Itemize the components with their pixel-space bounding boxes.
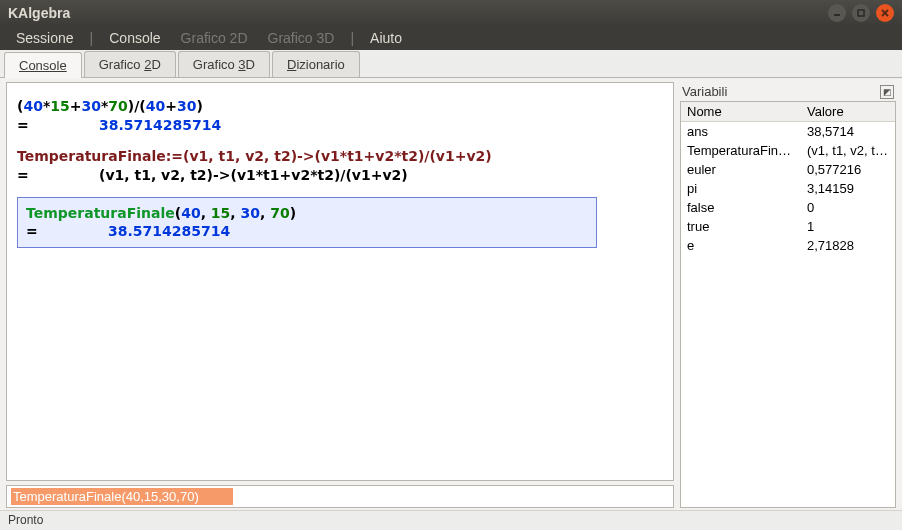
var-name: ans bbox=[681, 122, 801, 141]
tab-grafico-3d[interactable]: Grafico 3D bbox=[178, 51, 270, 77]
left-panel: (40*15+30*70)/(40+30) = 38.5714285714 Te… bbox=[6, 82, 674, 508]
tab-dizionario[interactable]: Dizionario bbox=[272, 51, 360, 77]
tab-grafico-2d[interactable]: Grafico 2D bbox=[84, 51, 176, 77]
column-valore[interactable]: Valore bbox=[801, 102, 895, 121]
console-result-1: = 38.5714285714 bbox=[17, 116, 663, 135]
menu-grafico3d[interactable]: Grafico 3D bbox=[260, 28, 343, 48]
table-row[interactable]: euler0,577216 bbox=[681, 160, 895, 179]
var-name: e bbox=[681, 236, 801, 255]
window-controls bbox=[828, 4, 894, 22]
maximize-button[interactable] bbox=[852, 4, 870, 22]
menu-separator: | bbox=[346, 30, 358, 46]
console-call-line: TemperaturaFinale(40, 15, 30, 70) bbox=[26, 204, 588, 223]
console-output[interactable]: (40*15+30*70)/(40+30) = 38.5714285714 Te… bbox=[6, 82, 674, 481]
variables-header: Variabili ◩ bbox=[680, 82, 896, 101]
console-block-1: (40*15+30*70)/(40+30) = 38.5714285714 bbox=[17, 97, 663, 135]
tab-console[interactable]: Console bbox=[4, 52, 82, 78]
var-value: 0 bbox=[801, 198, 895, 217]
svg-rect-1 bbox=[858, 10, 864, 16]
var-value: (v1, t1, v2, t2)-… bbox=[801, 141, 895, 160]
var-name: false bbox=[681, 198, 801, 217]
detach-icon[interactable]: ◩ bbox=[880, 85, 894, 99]
variables-panel: Variabili ◩ Nome Valore ans38,5714Temper… bbox=[680, 82, 896, 508]
var-value: 1 bbox=[801, 217, 895, 236]
var-value: 0,577216 bbox=[801, 160, 895, 179]
var-name: TemperaturaFinale bbox=[681, 141, 801, 160]
menubar: Sessione | Console Grafico 2D Grafico 3D… bbox=[0, 26, 902, 50]
table-row[interactable]: TemperaturaFinale(v1, t1, v2, t2)-… bbox=[681, 141, 895, 160]
table-row[interactable]: ans38,5714 bbox=[681, 122, 895, 141]
window-title: KAlgebra bbox=[8, 5, 828, 21]
statusbar: Pronto bbox=[0, 510, 902, 530]
console-expr-1: (40*15+30*70)/(40+30) bbox=[17, 97, 663, 116]
var-name: euler bbox=[681, 160, 801, 179]
console-call-result: = 38.5714285714 bbox=[26, 222, 588, 241]
minimize-button[interactable] bbox=[828, 4, 846, 22]
menu-separator: | bbox=[86, 30, 98, 46]
menu-sessione[interactable]: Sessione bbox=[8, 28, 82, 48]
input-wrap bbox=[6, 485, 674, 508]
status-text: Pronto bbox=[8, 513, 43, 527]
menu-grafico2d[interactable]: Grafico 2D bbox=[173, 28, 256, 48]
console-define-result: = (v1, t1, v2, t2)->(v1*t1+v2*t2)/(v1+v2… bbox=[17, 166, 663, 185]
console-block-3: TemperaturaFinale(40, 15, 30, 70) = 38.5… bbox=[17, 197, 597, 249]
variables-title: Variabili bbox=[682, 84, 727, 99]
content-area: (40*15+30*70)/(40+30) = 38.5714285714 Te… bbox=[0, 78, 902, 510]
var-value: 2,71828 bbox=[801, 236, 895, 255]
variables-table: Nome Valore ans38,5714TemperaturaFinale(… bbox=[680, 101, 896, 508]
column-nome[interactable]: Nome bbox=[681, 102, 801, 121]
var-value: 3,14159 bbox=[801, 179, 895, 198]
console-block-2: TemperaturaFinale:=(v1, t1, v2, t2)->(v1… bbox=[17, 147, 663, 185]
variables-columns: Nome Valore bbox=[681, 102, 895, 122]
table-row[interactable]: true1 bbox=[681, 217, 895, 236]
menu-aiuto[interactable]: Aiuto bbox=[362, 28, 410, 48]
table-row[interactable]: pi3,14159 bbox=[681, 179, 895, 198]
table-row[interactable]: false0 bbox=[681, 198, 895, 217]
menu-console[interactable]: Console bbox=[101, 28, 168, 48]
console-define-line: TemperaturaFinale:=(v1, t1, v2, t2)->(v1… bbox=[17, 147, 663, 166]
titlebar: KAlgebra bbox=[0, 0, 902, 26]
var-name: pi bbox=[681, 179, 801, 198]
var-value: 38,5714 bbox=[801, 122, 895, 141]
close-button[interactable] bbox=[876, 4, 894, 22]
table-row[interactable]: e2,71828 bbox=[681, 236, 895, 255]
expression-input[interactable] bbox=[11, 488, 233, 505]
var-name: true bbox=[681, 217, 801, 236]
variables-body: ans38,5714TemperaturaFinale(v1, t1, v2, … bbox=[681, 122, 895, 255]
tabbar: Console Grafico 2D Grafico 3D Dizionario bbox=[0, 50, 902, 78]
